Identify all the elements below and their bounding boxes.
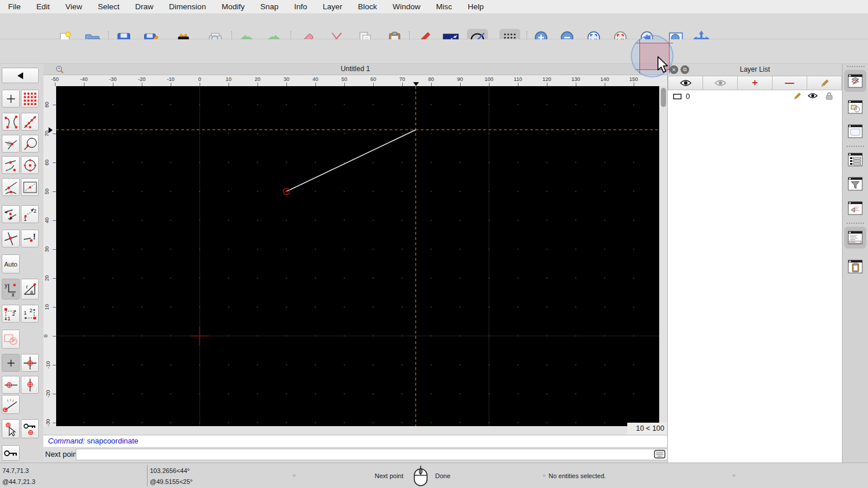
grid-dot [431,335,432,337]
dock-handle[interactable] [847,66,865,67]
snap-free-button[interactable] [2,90,20,108]
snap-tangent-button[interactable] [2,178,20,196]
snap-on-entity-button[interactable] [21,113,39,131]
block-list-widget-icon [848,100,863,114]
lock-relative-zero-button[interactable] [21,419,39,438]
menu-item-misc[interactable]: Misc [436,2,453,11]
menu-item-select[interactable]: Select [98,2,120,11]
menu-item-snap[interactable]: Snap [260,2,279,11]
grid-dot [170,133,171,134]
menu-item-edit[interactable]: Edit [36,2,50,11]
snap-intersection-button[interactable] [2,230,20,247]
grid-dot [83,335,84,337]
svg-text:2: 2 [30,308,32,313]
grid-dot [199,162,200,163]
command-line-widget-button[interactable] [844,227,866,249]
menu-item-help[interactable]: Help [468,2,484,11]
grid-dot [633,104,634,105]
line-entity [286,130,416,192]
snap-endpoints-button[interactable] [2,113,20,131]
menu-item-block[interactable]: Block [358,2,377,11]
snap-center-button[interactable] [21,156,39,174]
grid-dot [170,393,171,394]
entity-list-widget-button[interactable] [844,149,866,171]
restrict-horizontal-icon [3,378,19,393]
menu-item-dimension[interactable]: Dimension [169,2,206,11]
grid-dot [170,364,171,365]
edit-pencil-icon[interactable] [793,92,801,101]
command-input[interactable] [76,449,687,460]
restrict-horizontal-button[interactable] [2,376,20,394]
lock-icon[interactable] [826,92,833,100]
clipboard-widget-button[interactable] [844,256,866,278]
menu-item-window[interactable]: Window [393,2,421,11]
restrict-orthogonal-button[interactable] [21,354,39,372]
grid-dot [112,191,113,192]
set-relative-zero-button[interactable] [2,419,20,438]
menu-item-modify[interactable]: Modify [222,2,245,11]
key-button[interactable] [2,445,20,461]
snap-middle-button[interactable] [2,156,20,174]
order-points-a-button[interactable]: 12 [2,305,20,323]
scrollbar-thumb[interactable] [661,88,666,107]
filter-widget-button[interactable] [844,173,866,195]
menu-item-view[interactable]: View [65,2,82,11]
back-button[interactable] [2,68,39,83]
show-all-layers-button[interactable] [668,76,703,90]
horizontal-scrollbar[interactable] [43,426,627,435]
grid-dot [402,133,403,134]
grid-dot [344,364,345,365]
coordinate-polar-button[interactable]: ra [21,279,39,300]
splitter-dot[interactable] [293,474,296,477]
block-list-widget-button[interactable] [844,96,866,118]
restrict-nothing-button[interactable] [2,354,20,372]
grid-dot [170,278,171,279]
grid-dot [141,364,142,365]
remove-layer-button[interactable]: — [773,76,807,90]
grid-dot [546,278,547,279]
grid-dot [112,162,113,163]
snap-distance-button[interactable] [21,135,39,153]
keyboard-icon[interactable] [654,450,665,459]
layer-list-titlebar[interactable]: ✕ ⧉ Layer List [668,64,842,76]
grid-dot [575,364,576,365]
order-points-b-button[interactable]: 12 [21,305,39,323]
snap-restriction-button[interactable] [21,178,39,196]
edit-layer-button[interactable] [807,76,842,90]
snap-entity-arrows-button[interactable] [2,205,20,223]
vertical-scrollbar[interactable] [659,86,667,426]
select-entity-button[interactable] [2,330,20,349]
layer-row[interactable]: 0 [668,90,842,102]
grid-dot [315,104,316,105]
coordinate-cartesian-button[interactable]: yx [2,279,20,300]
grid-dot [488,220,490,221]
auto-snap-button[interactable]: Auto [2,254,20,273]
snap-intersection-manual-button[interactable]: ! [21,230,39,247]
angle-gauge-button[interactable] [2,395,20,414]
grid-dot [604,364,605,365]
command-widget-button[interactable] [844,197,866,219]
snap-grid-button[interactable] [21,90,39,108]
snap-perpendicular-button[interactable] [2,135,20,153]
add-layer-button[interactable]: ＋ [738,76,773,90]
grid-dot [257,220,258,221]
document-titlebar[interactable]: Untitled 1 [43,64,667,75]
grid-dot [431,364,432,365]
visible-eye-icon[interactable] [808,93,818,99]
snap-order-button[interactable]: 12 [21,205,39,223]
layer-list-widget-button[interactable] [844,70,866,92]
grid-dot [373,162,374,163]
snap-intersection-icon [3,231,19,246]
menu-item-layer[interactable]: Layer [323,2,343,11]
menu-item-draw[interactable]: Draw [135,2,154,11]
library-browser-widget-button[interactable] [844,120,866,142]
menu-item-file[interactable]: File [8,2,21,11]
snap-on-entity-icon [23,114,38,130]
menu-item-info[interactable]: Info [294,2,307,11]
restrict-vertical-button[interactable] [21,376,39,394]
construction-box-icon[interactable] [673,94,682,99]
drawing-canvas[interactable] [56,86,659,426]
grid-dot [286,364,287,365]
grid-dot [604,306,605,308]
hide-all-layers-button[interactable] [703,76,738,90]
